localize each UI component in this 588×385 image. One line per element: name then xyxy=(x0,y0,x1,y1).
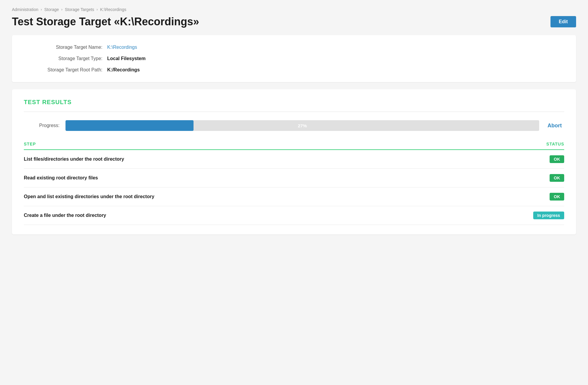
breadcrumb: Administration › Storage › Storage Targe… xyxy=(12,7,576,12)
progress-percent-text: 27% xyxy=(298,123,307,128)
value-storage-target-name[interactable]: K:\Recordings xyxy=(107,45,137,50)
step-name-1: List files/directories under the root di… xyxy=(24,156,124,162)
value-storage-target-root-path: K:/Recordings xyxy=(107,67,140,73)
progress-bar-container: 27% xyxy=(65,120,539,131)
status-badge-4: In progress xyxy=(533,212,564,219)
step-name-4: Create a file under the root directory xyxy=(24,213,106,218)
steps-table-header: STEP STATUS xyxy=(24,142,564,150)
status-badge-3: OK xyxy=(550,193,564,201)
breadcrumb-current: K:\Recordings xyxy=(100,7,126,12)
label-storage-target-type: Storage Target Type: xyxy=(24,56,107,61)
steps-header-step-label: STEP xyxy=(24,142,36,146)
step-row-3: Open and list existing directories under… xyxy=(24,187,564,206)
page-wrapper: Administration › Storage › Storage Targe… xyxy=(0,0,588,385)
step-row-2: Read existing root directory files OK xyxy=(24,169,564,187)
info-row-name: Storage Target Name: K:\Recordings xyxy=(24,45,564,50)
breadcrumb-administration[interactable]: Administration xyxy=(12,7,38,12)
label-storage-target-name: Storage Target Name: xyxy=(24,45,107,50)
progress-bar-fill xyxy=(65,120,194,131)
steps-list: List files/directories under the root di… xyxy=(24,150,564,225)
page-header: Test Storage Target «K:\Recordings» Edit xyxy=(12,15,576,28)
results-divider xyxy=(24,112,564,112)
value-storage-target-type: Local Filesystem xyxy=(107,56,146,61)
step-name-2: Read existing root directory files xyxy=(24,175,98,181)
progress-row: Progress: 27% Abort xyxy=(24,120,564,131)
breadcrumb-sep-2: › xyxy=(61,7,63,12)
results-card: TEST RESULTS Progress: 27% Abort STEP ST… xyxy=(12,89,576,234)
step-row-1: List files/directories under the root di… xyxy=(24,150,564,169)
breadcrumb-storage[interactable]: Storage xyxy=(44,7,59,12)
progress-label: Progress: xyxy=(24,123,60,128)
step-name-3: Open and list existing directories under… xyxy=(24,194,154,199)
results-title: TEST RESULTS xyxy=(24,99,564,106)
step-row-4: Create a file under the root directory I… xyxy=(24,206,564,225)
info-row-root-path: Storage Target Root Path: K:/Recordings xyxy=(24,67,564,73)
breadcrumb-sep-3: › xyxy=(96,7,98,12)
status-badge-2: OK xyxy=(550,174,564,182)
status-badge-1: OK xyxy=(550,155,564,163)
info-card: Storage Target Name: K:\Recordings Stora… xyxy=(12,35,576,82)
breadcrumb-sep-1: › xyxy=(41,7,42,12)
page-title: Test Storage Target «K:\Recordings» xyxy=(12,15,199,28)
breadcrumb-storage-targets[interactable]: Storage Targets xyxy=(65,7,94,12)
abort-button[interactable]: Abort xyxy=(545,121,564,130)
info-row-type: Storage Target Type: Local Filesystem xyxy=(24,56,564,61)
steps-header-status-label: STATUS xyxy=(546,142,564,146)
edit-button[interactable]: Edit xyxy=(550,16,576,27)
label-storage-target-root-path: Storage Target Root Path: xyxy=(24,67,107,73)
